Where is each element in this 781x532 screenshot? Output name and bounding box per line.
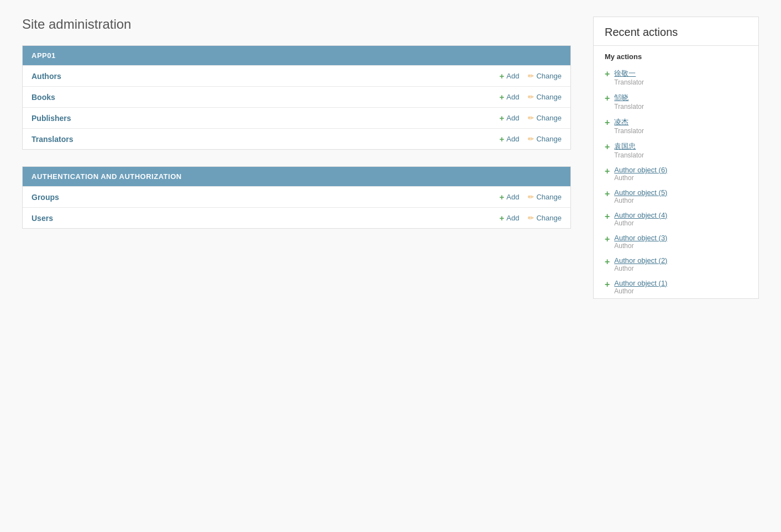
- model-actions: + Add✏ Change: [500, 192, 562, 202]
- page-title: Site administration: [22, 17, 571, 32]
- add-link[interactable]: + Add: [500, 92, 520, 102]
- action-item: +Author object (1)Author: [594, 276, 758, 298]
- model-row: Translators+ Add✏ Change: [23, 128, 570, 149]
- model-actions: + Add✏ Change: [500, 113, 562, 123]
- action-object-name[interactable]: Author object (2): [614, 256, 667, 265]
- action-object-name[interactable]: Author object (5): [614, 188, 667, 197]
- add-link[interactable]: + Add: [500, 71, 520, 81]
- action-object-name[interactable]: 徐敬一: [614, 69, 644, 78]
- pencil-icon: ✏: [528, 114, 534, 122]
- model-name-link[interactable]: Publishers: [32, 114, 500, 123]
- model-actions: + Add✏ Change: [500, 134, 562, 144]
- recent-actions-panel: Recent actions My actions +徐敬一Translator…: [593, 17, 759, 299]
- action-model-type: Author: [614, 287, 667, 295]
- action-item: +徐敬一Translator: [594, 65, 758, 89]
- model-actions: + Add✏ Change: [500, 213, 562, 223]
- model-row: Books+ Add✏ Change: [23, 86, 570, 107]
- pencil-icon: ✏: [528, 193, 534, 201]
- model-name-link[interactable]: Books: [32, 93, 500, 102]
- action-plus-icon: +: [605, 93, 610, 104]
- action-details: 凌杰Translator: [614, 117, 644, 135]
- plus-icon: +: [500, 71, 505, 81]
- action-plus-icon: +: [605, 117, 610, 129]
- action-item: +Author object (4)Author: [594, 208, 758, 230]
- action-item: +Author object (2)Author: [594, 253, 758, 276]
- action-plus-icon: +: [605, 256, 610, 268]
- plus-icon: +: [500, 213, 505, 223]
- action-object-name[interactable]: Author object (1): [614, 279, 667, 287]
- action-details: Author object (2)Author: [614, 256, 667, 272]
- my-actions-label: My actions: [594, 46, 758, 65]
- plus-icon: +: [500, 192, 505, 202]
- model-name-link[interactable]: Authors: [32, 72, 500, 81]
- section-header: APP01: [23, 46, 570, 65]
- action-model-type: Author: [614, 174, 667, 182]
- action-object-name[interactable]: Author object (4): [614, 211, 667, 219]
- action-details: 袁国忠Translator: [614, 141, 644, 159]
- add-link[interactable]: + Add: [500, 134, 520, 144]
- main-content: Site administration APP01Authors+ Add✏ C…: [22, 17, 571, 299]
- action-details: Author object (1)Author: [614, 279, 667, 295]
- change-link[interactable]: ✏ Change: [528, 114, 562, 122]
- change-link[interactable]: ✏ Change: [528, 193, 562, 201]
- action-details: 邹晓Translator: [614, 93, 644, 110]
- model-row: Groups+ Add✏ Change: [23, 186, 570, 207]
- action-item: +Author object (5)Author: [594, 185, 758, 208]
- change-link[interactable]: ✏ Change: [528, 214, 562, 222]
- change-link[interactable]: ✏ Change: [528, 135, 562, 143]
- page-wrapper: Site administration APP01Authors+ Add✏ C…: [0, 0, 781, 315]
- action-model-type: Author: [614, 197, 667, 204]
- change-link[interactable]: ✏ Change: [528, 72, 562, 80]
- action-item: +袁国忠Translator: [594, 138, 758, 162]
- action-plus-icon: +: [605, 211, 610, 223]
- sections-container: APP01Authors+ Add✏ ChangeBooks+ Add✏ Cha…: [22, 45, 571, 229]
- recent-actions-title: Recent actions: [594, 17, 758, 46]
- action-item: +Author object (3)Author: [594, 230, 758, 253]
- action-object-name[interactable]: Author object (3): [614, 234, 667, 242]
- action-object-name[interactable]: 邹晓: [614, 93, 644, 103]
- pencil-icon: ✏: [528, 72, 534, 80]
- action-details: Author object (3)Author: [614, 234, 667, 250]
- action-model-type: Translator: [614, 78, 644, 86]
- action-object-name[interactable]: 凌杰: [614, 117, 644, 127]
- model-name-link[interactable]: Groups: [32, 193, 500, 202]
- app-section-auth: AUTHENTICATION AND AUTHORIZATIONGroups+ …: [22, 166, 571, 229]
- action-model-type: Translator: [614, 151, 644, 159]
- action-model-type: Author: [614, 219, 667, 227]
- action-object-name[interactable]: 袁国忠: [614, 141, 644, 151]
- model-row: Users+ Add✏ Change: [23, 207, 570, 228]
- action-plus-icon: +: [605, 166, 610, 177]
- sidebar: Recent actions My actions +徐敬一Translator…: [593, 17, 759, 299]
- action-plus-icon: +: [605, 188, 610, 200]
- action-object-name[interactable]: Author object (6): [614, 166, 667, 174]
- add-link[interactable]: + Add: [500, 192, 520, 202]
- model-row: Authors+ Add✏ Change: [23, 65, 570, 86]
- action-model-type: Translator: [614, 127, 644, 135]
- action-details: Author object (5)Author: [614, 188, 667, 204]
- pencil-icon: ✏: [528, 214, 534, 222]
- actions-list: +徐敬一Translator+邹晓Translator+凌杰Translator…: [594, 65, 758, 298]
- action-plus-icon: +: [605, 69, 610, 80]
- action-item: +Author object (6)Author: [594, 162, 758, 185]
- model-actions: + Add✏ Change: [500, 92, 562, 102]
- model-name-link[interactable]: Translators: [32, 135, 500, 144]
- model-actions: + Add✏ Change: [500, 71, 562, 81]
- plus-icon: +: [500, 113, 505, 123]
- action-plus-icon: +: [605, 141, 610, 153]
- add-link[interactable]: + Add: [500, 213, 520, 223]
- action-plus-icon: +: [605, 279, 610, 291]
- action-item: +邹晓Translator: [594, 89, 758, 114]
- plus-icon: +: [500, 92, 505, 102]
- pencil-icon: ✏: [528, 93, 534, 101]
- action-details: Author object (6)Author: [614, 166, 667, 182]
- action-plus-icon: +: [605, 234, 610, 245]
- model-name-link[interactable]: Users: [32, 214, 500, 223]
- action-details: 徐敬一Translator: [614, 69, 644, 86]
- action-details: Author object (4)Author: [614, 211, 667, 227]
- model-row: Publishers+ Add✏ Change: [23, 107, 570, 128]
- action-model-type: Author: [614, 242, 667, 250]
- section-header: AUTHENTICATION AND AUTHORIZATION: [23, 167, 570, 186]
- action-model-type: Translator: [614, 103, 644, 110]
- add-link[interactable]: + Add: [500, 113, 520, 123]
- change-link[interactable]: ✏ Change: [528, 93, 562, 101]
